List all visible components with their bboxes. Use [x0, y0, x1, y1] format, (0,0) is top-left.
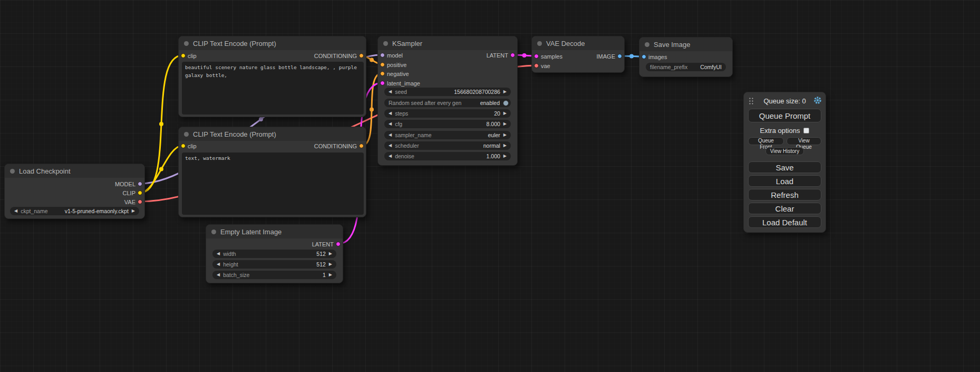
increment-arrow-icon[interactable]: ▶ — [329, 262, 332, 266]
prev-option-arrow-icon[interactable]: ◀ — [389, 144, 392, 148]
input-port-images[interactable] — [642, 54, 646, 59]
increment-arrow-icon[interactable]: ▶ — [329, 252, 332, 256]
input-slot-label: images — [648, 53, 667, 61]
widget-label: batch_size — [223, 272, 249, 278]
widget-cfg[interactable]: ◀ cfg 8.000 ▶ — [384, 120, 511, 128]
collapse-dot-icon[interactable] — [10, 169, 15, 174]
node-save-image[interactable]: Save Image images filename_prefix ComfyU… — [639, 37, 733, 77]
output-port-latent[interactable] — [336, 242, 341, 246]
refresh-button[interactable]: Refresh — [748, 189, 821, 201]
decrement-arrow-icon[interactable]: ◀ — [389, 90, 392, 94]
node-clip-text-encode-positive[interactable]: CLIP Text Encode (Prompt) clip CONDITION… — [178, 36, 366, 117]
decrement-arrow-icon[interactable]: ◀ — [217, 252, 220, 256]
collapse-dot-icon[interactable] — [211, 230, 216, 234]
input-port-vae[interactable] — [534, 63, 539, 68]
collapse-dot-icon[interactable] — [184, 41, 189, 46]
prev-option-arrow-icon[interactable]: ◀ — [389, 133, 392, 137]
input-port-latent-image[interactable] — [380, 81, 385, 85]
collapse-dot-icon[interactable] — [537, 41, 542, 46]
increment-arrow-icon[interactable]: ▶ — [503, 90, 507, 94]
output-slot-label: MODEL — [115, 180, 135, 188]
node-load-checkpoint[interactable]: Load Checkpoint MODEL CLIP VAE ◀ ckpt_na… — [4, 164, 145, 219]
clear-button[interactable]: Clear — [748, 203, 821, 214]
save-button[interactable]: Save — [748, 161, 821, 173]
output-port-clip[interactable] — [138, 190, 142, 195]
negative-prompt-textarea[interactable]: text, watermark — [182, 152, 364, 215]
load-default-button[interactable]: Load Default — [748, 216, 821, 228]
node-empty-latent-image[interactable]: Empty Latent Image LATENT ◀ width 512 ▶ … — [206, 224, 343, 283]
collapse-dot-icon[interactable] — [383, 41, 388, 46]
node-titlebar[interactable]: Save Image — [639, 37, 732, 51]
view-history-button[interactable]: View History — [765, 147, 804, 155]
collapse-dot-icon[interactable] — [645, 42, 649, 47]
widget-denoise[interactable]: ◀ denoise 1.000 ▶ — [384, 152, 511, 160]
decrement-arrow-icon[interactable]: ◀ — [217, 262, 220, 266]
node-clip-text-encode-negative[interactable]: CLIP Text Encode (Prompt) clip CONDITION… — [178, 127, 366, 217]
widget-label: height — [223, 261, 238, 268]
widget-height[interactable]: ◀ height 512 ▶ — [212, 260, 336, 269]
increment-arrow-icon[interactable]: ▶ — [503, 111, 507, 116]
widget-value: 512 — [316, 251, 326, 257]
decrement-arrow-icon[interactable]: ◀ — [217, 273, 220, 277]
widget-ckpt-name[interactable]: ◀ ckpt_name v1-5-pruned-emaonly.ckpt ▶ — [10, 207, 139, 215]
node-vae-decode[interactable]: VAE Decode samples vae IMAGE — [531, 36, 625, 73]
node-titlebar[interactable]: CLIP Text Encode (Prompt) — [179, 127, 366, 141]
extra-options-checkbox[interactable] — [803, 128, 809, 133]
node-titlebar[interactable]: Empty Latent Image — [206, 225, 343, 239]
output-port-latent[interactable] — [510, 53, 515, 58]
input-slot-label: clip — [188, 142, 197, 150]
input-port-clip[interactable] — [181, 53, 186, 58]
widget-scheduler[interactable]: ◀ scheduler normal ▶ — [384, 141, 511, 150]
link-midpoint-dot — [629, 54, 634, 59]
output-port-model[interactable] — [138, 182, 142, 186]
input-port-negative[interactable] — [380, 71, 385, 76]
widget-filename-prefix[interactable]: filename_prefix ComfyUI — [646, 63, 726, 71]
widget-label: steps — [395, 110, 408, 117]
link-midpoint-dot — [159, 122, 163, 126]
widget-seed[interactable]: ◀ seed 156680208700286 ▶ — [384, 88, 511, 96]
increment-arrow-icon[interactable]: ▶ — [503, 122, 507, 126]
output-port-conditioning[interactable] — [359, 144, 364, 148]
increment-arrow-icon[interactable]: ▶ — [503, 154, 507, 158]
queue-front-button[interactable]: Queue Front — [748, 137, 784, 145]
widget-label: denoise — [395, 153, 414, 159]
toggle-knob-icon[interactable] — [503, 100, 509, 106]
decrement-arrow-icon[interactable]: ◀ — [389, 111, 392, 116]
decrement-arrow-icon[interactable]: ◀ — [389, 154, 392, 158]
node-title: Load Checkpoint — [19, 167, 71, 175]
increment-arrow-icon[interactable]: ▶ — [329, 273, 332, 277]
drag-handle-icon[interactable] — [749, 97, 754, 105]
output-slot-label: VAE — [124, 198, 135, 206]
input-port-clip[interactable] — [181, 144, 186, 148]
decrement-arrow-icon[interactable]: ◀ — [389, 122, 392, 126]
collapse-dot-icon[interactable] — [184, 132, 189, 137]
widget-batch-size[interactable]: ◀ batch_size 1 ▶ — [212, 271, 336, 279]
input-port-model[interactable] — [380, 53, 385, 58]
node-titlebar[interactable]: VAE Decode — [532, 36, 624, 50]
positive-prompt-textarea[interactable]: beautiful scenery nature glass bottle la… — [182, 62, 364, 115]
widget-value: 156680208700286 — [454, 89, 500, 95]
widget-random-seed-toggle[interactable]: Random seed after every gen enabled — [384, 99, 511, 107]
input-port-samples[interactable] — [534, 54, 539, 59]
output-port-vae[interactable] — [138, 199, 142, 204]
node-titlebar[interactable]: CLIP Text Encode (Prompt) — [179, 36, 366, 50]
output-port-conditioning[interactable] — [359, 53, 364, 58]
node-titlebar[interactable]: KSampler — [378, 36, 517, 50]
input-port-positive[interactable] — [380, 62, 385, 67]
settings-gear-icon[interactable] — [813, 96, 822, 104]
node-ksampler[interactable]: KSampler model positive negative latent_… — [377, 36, 518, 166]
next-option-arrow-icon[interactable]: ▶ — [503, 133, 507, 137]
input-slot-label: samples — [541, 52, 562, 61]
prev-option-arrow-icon[interactable]: ◀ — [14, 209, 17, 213]
queue-prompt-button[interactable]: Queue Prompt — [748, 109, 821, 122]
widget-width[interactable]: ◀ width 512 ▶ — [212, 250, 336, 258]
view-queue-button[interactable]: View Queue — [787, 137, 821, 145]
next-option-arrow-icon[interactable]: ▶ — [132, 209, 135, 213]
load-button[interactable]: Load — [748, 175, 821, 187]
next-option-arrow-icon[interactable]: ▶ — [503, 144, 507, 148]
widget-sampler-name[interactable]: ◀ sampler_name euler ▶ — [384, 131, 511, 139]
node-titlebar[interactable]: Load Checkpoint — [5, 164, 144, 178]
input-slot-label: model — [387, 51, 403, 60]
widget-steps[interactable]: ◀ steps 20 ▶ — [384, 109, 511, 118]
output-port-image[interactable] — [617, 54, 622, 59]
